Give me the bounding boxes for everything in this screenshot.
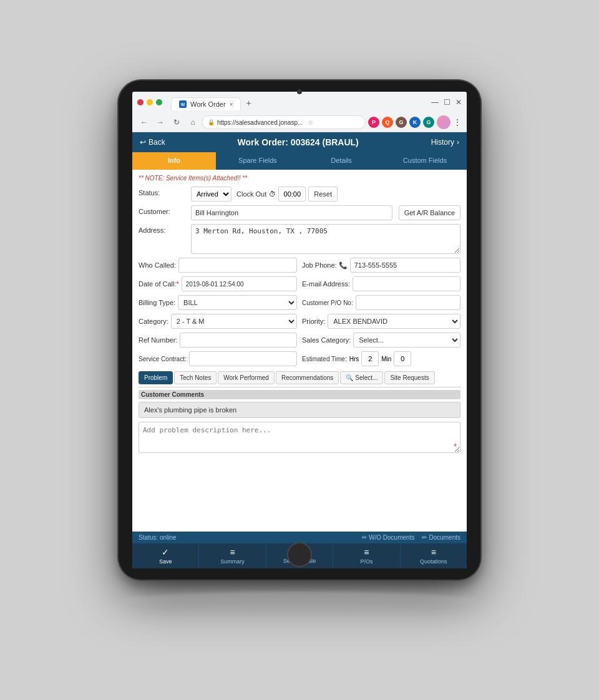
- who-called-col: Who Called:: [139, 258, 297, 273]
- inner-tab-site-requests[interactable]: Site Requests: [384, 371, 434, 384]
- wo-documents-link[interactable]: ✏ W/O Documents: [362, 534, 414, 541]
- win-close-icon[interactable]: ✕: [455, 98, 462, 107]
- history-label: History: [431, 138, 454, 147]
- inner-tab-select[interactable]: 🔍 Select...: [340, 371, 383, 384]
- tab-info[interactable]: Info: [132, 152, 216, 170]
- nav-summary[interactable]: ≡ Summary: [199, 543, 266, 568]
- contract-time-row: Service Contract: Estimated Time: Hrs Mi…: [139, 351, 460, 366]
- email-label: E-mail Address:: [302, 280, 350, 288]
- clock-icon: ⏱: [269, 190, 276, 198]
- job-phone-input[interactable]: [350, 258, 460, 273]
- status-select[interactable]: Arrived: [191, 187, 231, 202]
- customer-po-input[interactable]: [356, 295, 460, 310]
- billing-type-select[interactable]: BILL: [178, 295, 297, 310]
- hrs-label: Hrs: [349, 356, 359, 362]
- window-controls: [137, 99, 162, 105]
- back-nav-button[interactable]: ←: [137, 115, 151, 129]
- nav-save[interactable]: ✓ Save: [132, 543, 199, 568]
- ref-sales-row: Ref Number: Sales Category: Select...: [139, 333, 460, 348]
- close-button[interactable]: [137, 99, 144, 105]
- quotations-label: Quotations: [420, 558, 447, 565]
- new-tab-button[interactable]: +: [241, 95, 256, 110]
- ext-icon-1[interactable]: P: [368, 117, 379, 128]
- win-maximize-icon[interactable]: ☐: [444, 98, 450, 107]
- tab-close-icon[interactable]: ×: [230, 101, 233, 108]
- customer-comments-section: Customer Comments Alex's plumbing pipe i…: [139, 390, 460, 418]
- hrs-input[interactable]: [361, 351, 379, 366]
- customer-input[interactable]: [191, 205, 392, 220]
- ext-icon-4[interactable]: K: [409, 117, 421, 128]
- ext-icon-2[interactable]: Q: [382, 117, 393, 128]
- customer-po-col: Customer P/O No:: [302, 295, 460, 310]
- history-button[interactable]: History ›: [431, 138, 459, 147]
- notice-text: ** NOTE: Service Items(s) Attached!! **: [139, 175, 460, 182]
- win-minimize-icon[interactable]: —: [431, 98, 439, 107]
- tab-custom-fields[interactable]: Custom Fields: [383, 152, 467, 170]
- problem-description-textarea[interactable]: [139, 422, 460, 453]
- inner-tab-work-performed[interactable]: Work Performed: [218, 371, 275, 384]
- reset-button[interactable]: Reset: [308, 187, 338, 202]
- minimize-button[interactable]: [147, 99, 153, 105]
- tablet-reflection: [119, 591, 480, 610]
- forward-nav-button[interactable]: →: [153, 115, 167, 129]
- footer-nav: ✓ Save ≡ Summary ↑ Send Update ≡: [132, 543, 467, 568]
- browser-tabs: W Work Order × +: [166, 95, 261, 110]
- browser-navbar: ← → ↻ ⌂ 🔒 https://salesadvanced.jonasp..…: [132, 113, 467, 132]
- category-select[interactable]: 2 - T & M: [171, 314, 297, 329]
- service-contract-label: Service Contract:: [139, 356, 187, 362]
- problem-description-wrap: *: [139, 422, 460, 455]
- pencil-icon-1: ✏: [362, 534, 367, 541]
- refresh-button[interactable]: ↻: [170, 115, 183, 129]
- status-row: Status: Arrived Clock Out ⏱ Reset: [139, 187, 460, 202]
- priority-col: Priority: ALEX BENDAVID: [302, 314, 460, 329]
- app-content: ↩ Back Work Order: 003624 (BRAUL) Histor…: [132, 132, 467, 568]
- tab-details[interactable]: Details: [300, 152, 383, 170]
- url-text: https://salesadvanced.jonasp...: [217, 119, 303, 126]
- who-called-input[interactable]: [178, 258, 297, 273]
- documents-link[interactable]: ✏ Documents: [422, 534, 460, 541]
- ar-balance-button[interactable]: Get A/R Balance: [399, 205, 460, 220]
- inner-tab-recommendations[interactable]: Recommendations: [276, 371, 339, 384]
- maximize-button[interactable]: [156, 99, 162, 105]
- customer-row: Customer: Get A/R Balance: [139, 205, 460, 220]
- priority-label: Priority:: [302, 318, 325, 325]
- inner-tab-problem[interactable]: Problem: [139, 371, 173, 384]
- priority-select[interactable]: ALEX BENDAVID: [328, 314, 460, 329]
- nav-send-update[interactable]: ↑ Send Update: [266, 543, 333, 568]
- ext-icon-3[interactable]: G: [396, 117, 407, 128]
- more-options-icon[interactable]: ⋮: [453, 117, 462, 127]
- clock-input[interactable]: [278, 187, 306, 202]
- documents-label: Documents: [429, 534, 460, 541]
- inner-tab-tech-notes[interactable]: Tech Notes: [174, 371, 217, 384]
- billing-po-row: Billing Type: BILL Customer P/O No:: [139, 295, 460, 310]
- pios-icon: ≡: [364, 547, 369, 557]
- active-tab[interactable]: W Work Order ×: [171, 97, 241, 110]
- date-of-call-input[interactable]: [182, 276, 297, 291]
- ext-icon-5[interactable]: G: [423, 117, 434, 128]
- date-col: Date of Call:: [139, 276, 297, 291]
- nav-quotations[interactable]: ≡ Quotations: [401, 543, 467, 568]
- window-action-controls: — ☐ ✕: [431, 98, 462, 107]
- quotations-icon: ≡: [431, 547, 436, 557]
- sales-category-select[interactable]: Select...: [353, 333, 460, 348]
- tablet-device: W Work Order × + — ☐ ✕ ← →: [119, 80, 480, 580]
- footer-docs: ✏ W/O Documents ✏ Documents: [362, 534, 460, 541]
- min-input[interactable]: [394, 351, 411, 366]
- job-phone-col: Job Phone: 📞: [302, 258, 460, 273]
- ref-col: Ref Number:: [139, 333, 297, 348]
- browser-chrome: W Work Order × + — ☐ ✕ ← →: [132, 92, 467, 132]
- address-bar[interactable]: 🔒 https://salesadvanced.jonasp... ☆: [202, 115, 366, 129]
- service-contract-input[interactable]: [189, 351, 297, 366]
- back-button[interactable]: ↩ Back: [140, 138, 165, 147]
- nav-pios[interactable]: ≡ P/Os: [333, 543, 400, 568]
- who-called-label: Who Called:: [139, 261, 176, 269]
- save-label: Save: [159, 558, 172, 565]
- extension-icons: P Q G K G ⋮: [368, 115, 462, 129]
- email-input[interactable]: [353, 276, 460, 291]
- status-label: Status:: [139, 187, 188, 197]
- user-avatar[interactable]: [437, 115, 450, 129]
- address-textarea[interactable]: 3 Merton Rd, Houston, TX , 77005: [191, 224, 460, 254]
- ref-number-input[interactable]: [180, 333, 297, 348]
- home-button[interactable]: ⌂: [186, 115, 200, 129]
- tab-spare-fields[interactable]: Spare Fields: [216, 152, 300, 170]
